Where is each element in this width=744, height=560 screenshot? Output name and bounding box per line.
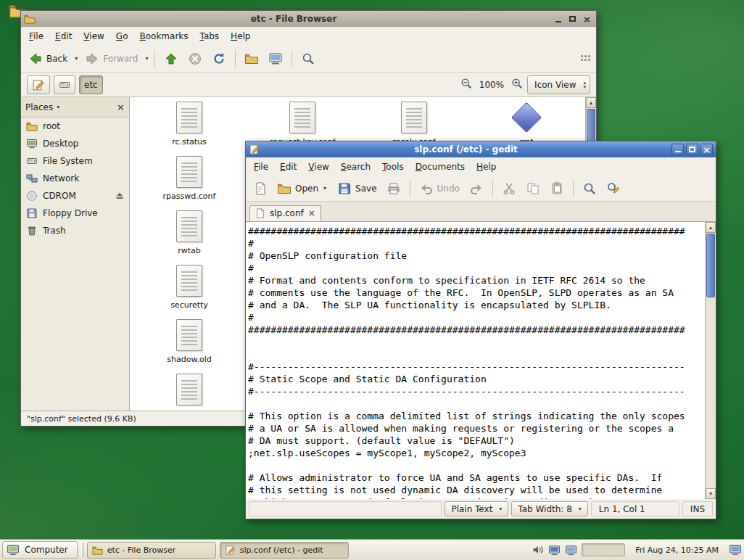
window-title: etc - File Browser — [38, 14, 549, 24]
volume-icon[interactable] — [532, 544, 544, 556]
view-mode-label: Icon View — [534, 80, 576, 90]
file-rmt[interactable]: rmt — [473, 102, 580, 147]
file-request-key-conf[interactable]: request-key.conf — [249, 102, 356, 147]
menu-help[interactable]: Help — [471, 160, 501, 174]
menu-search[interactable]: Search — [336, 160, 376, 174]
workspace-switcher[interactable] — [582, 543, 625, 556]
network-tray-icon[interactable] — [548, 544, 561, 556]
gedit-scrollbar[interactable]: ▴ ▾ — [705, 222, 716, 499]
menu-bookmarks[interactable]: Bookmarks — [134, 29, 193, 44]
menu-documents[interactable]: Documents — [410, 160, 470, 174]
forward-button[interactable]: Forward — [81, 49, 141, 69]
places-dropdown-icon[interactable]: ▾ — [57, 104, 59, 110]
clock[interactable]: Fri Aug 24, 10:25 AM — [629, 545, 724, 555]
place-item-trash[interactable]: Trash — [21, 222, 129, 239]
path-label: etc — [84, 80, 98, 90]
forward-arrow-icon — [85, 52, 99, 66]
editor-content[interactable]: ########################################… — [246, 222, 705, 499]
menu-tools[interactable]: Tools — [377, 160, 409, 174]
edit-location-button[interactable] — [27, 75, 50, 94]
zoom-out-button[interactable] — [460, 77, 473, 92]
replace-button[interactable] — [603, 178, 624, 199]
menu-view[interactable]: View — [303, 160, 334, 174]
zoom-in-button[interactable] — [511, 77, 524, 92]
scroll-up-icon[interactable]: ▴ — [586, 97, 596, 108]
place-item-file-system[interactable]: File System — [21, 152, 129, 170]
file-shadow-old[interactable]: shadow.old — [136, 319, 243, 364]
menu-file[interactable]: File — [24, 29, 49, 44]
find-button[interactable] — [579, 178, 600, 199]
tab-width-select[interactable]: Tab Width: 8 ▾ — [511, 501, 588, 516]
screen-tray-icon[interactable] — [729, 543, 742, 556]
close-button[interactable]: × — [581, 13, 593, 25]
path-button-etc[interactable]: etc — [79, 75, 103, 94]
insert-mode-indicator: INS — [682, 501, 713, 516]
scroll-up-icon[interactable]: ▴ — [706, 222, 716, 233]
tab-close-icon[interactable]: × — [308, 209, 315, 218]
root-path-button[interactable] — [54, 75, 75, 94]
print-button[interactable] — [383, 178, 405, 199]
file-rwtab[interactable]: rwtab — [136, 210, 243, 255]
menu-edit[interactable]: Edit — [50, 29, 77, 44]
menu-edit[interactable]: Edit — [275, 160, 302, 174]
statusbar-message-area — [249, 501, 442, 516]
minimize-button[interactable] — [552, 13, 564, 25]
file-browser-titlebar[interactable]: etc - File Browser × — [21, 11, 596, 27]
folder-icon — [26, 120, 38, 132]
file-securetty[interactable]: securetty — [136, 265, 243, 310]
menu-tabs[interactable]: Tabs — [195, 29, 225, 44]
gedit-titlebar[interactable]: slp.conf (/etc) - gedit × — [246, 141, 716, 157]
maximize-button[interactable] — [686, 144, 698, 155]
scrollbar-trough[interactable] — [706, 233, 716, 488]
computer-button[interactable] — [265, 49, 286, 69]
place-item-network[interactable]: Network — [21, 170, 129, 187]
view-mode-select[interactable]: Icon View ▴▾ — [527, 75, 590, 94]
cdrom-icon — [26, 190, 38, 202]
back-dropdown[interactable]: ▾ — [73, 55, 79, 62]
menu-file[interactable]: File — [249, 160, 273, 174]
forward-dropdown[interactable]: ▾ — [144, 55, 149, 62]
places-title[interactable]: Places — [25, 102, 53, 112]
toolbar-separator — [235, 50, 236, 67]
up-button[interactable] — [160, 49, 182, 69]
menu-go[interactable]: Go — [111, 29, 133, 44]
eject-icon[interactable] — [115, 192, 124, 200]
menu-help[interactable]: Help — [226, 29, 255, 44]
reload-icon — [212, 52, 226, 66]
computer-menu-button[interactable]: Computer — [2, 541, 78, 559]
file-rc-status[interactable]: rc.status — [136, 102, 243, 147]
display-tray-icon[interactable] — [565, 544, 577, 556]
taskbar-window-file-browser[interactable]: etc - File Browser — [87, 542, 216, 559]
gedit-editor-area: ########################################… — [246, 222, 716, 499]
file-rpasswd-conf[interactable]: rpasswd.conf — [136, 156, 243, 201]
taskbar-window-gedit[interactable]: slp.conf (/etc) - gedit — [220, 542, 349, 559]
place-item-floppy[interactable]: Floppy Drive — [21, 205, 129, 222]
save-button[interactable]: Save — [334, 178, 380, 199]
scrollbar-thumb[interactable] — [706, 234, 715, 297]
place-item-cdrom[interactable]: CDROM — [21, 187, 129, 205]
up-arrow-icon — [164, 52, 178, 66]
close-button[interactable]: × — [700, 144, 713, 155]
maximize-button[interactable] — [566, 13, 579, 25]
tab-slp-conf[interactable]: slp.conf × — [249, 205, 321, 221]
reload-button[interactable] — [208, 49, 230, 69]
maximize-icon — [569, 16, 576, 22]
place-item-root[interactable]: root — [21, 118, 129, 135]
place-item-desktop[interactable]: Desktop — [21, 135, 129, 152]
toolbar-separator — [492, 180, 493, 197]
language-select[interactable]: Plain Text ▾ — [445, 501, 508, 516]
home-folder-button[interactable] — [241, 49, 263, 69]
file-browser-locationbar: etc 100% Icon View ▴▾ — [21, 73, 596, 97]
menu-view[interactable]: View — [78, 29, 109, 44]
places-close-button[interactable]: × — [117, 102, 125, 112]
file-slp-spi[interactable]: slp.spi — [136, 374, 243, 411]
search-button[interactable] — [297, 49, 319, 69]
new-document-button[interactable] — [249, 178, 271, 199]
open-button[interactable]: Open ▾ — [273, 178, 331, 199]
scroll-down-icon[interactable]: ▾ — [706, 488, 716, 499]
file-resolv-conf[interactable]: resolv.conf — [360, 102, 468, 147]
open-label: Open — [295, 184, 318, 194]
back-button[interactable]: Back — [25, 49, 71, 69]
toolbar-overflow-handle[interactable] — [581, 55, 591, 62]
minimize-button[interactable] — [671, 144, 684, 155]
